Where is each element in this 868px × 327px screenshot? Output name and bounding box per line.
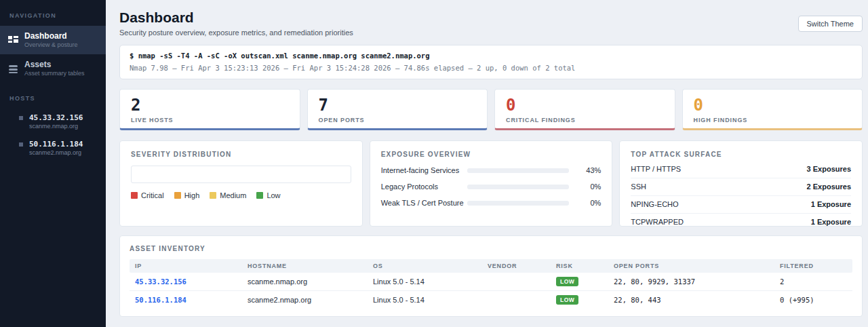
panel-title: TOP ATTACK SURFACE bbox=[631, 151, 851, 158]
risk-badge: LOW bbox=[556, 295, 578, 305]
host-bullet-icon bbox=[19, 116, 23, 120]
attack-surface-row: TCPWRAPPED 1 Exposure bbox=[631, 214, 851, 231]
risk-cell: LOW bbox=[551, 273, 608, 290]
legend-item-low: Low bbox=[256, 191, 280, 199]
exposure-percent: 0% bbox=[569, 182, 601, 191]
stat-card-critical-findings: 0 CRITICAL FINDINGS bbox=[494, 89, 675, 130]
vendor-cell bbox=[482, 277, 551, 286]
sidebar-item-dashboard[interactable]: Dashboard Overview & posture bbox=[0, 26, 106, 54]
stat-value: 0 bbox=[694, 97, 852, 113]
page-title: Dashboard bbox=[119, 9, 353, 26]
switch-theme-button[interactable]: Switch Theme bbox=[798, 16, 863, 32]
stat-label: OPEN PORTS bbox=[319, 117, 477, 123]
exposure-row: Legacy Protocols 0% bbox=[381, 182, 601, 191]
stat-value: 2 bbox=[131, 97, 289, 113]
main-content: Dashboard Security posture overview, exp… bbox=[106, 0, 868, 327]
stat-card-high-findings: 0 HIGH FINDINGS bbox=[682, 89, 863, 130]
stat-card-live-hosts: 2 LIVE HOSTS bbox=[119, 89, 300, 130]
asset-inventory-panel: ASSET INVENTORY IP HOSTNAME OS VENDOR RI… bbox=[119, 235, 863, 317]
top-attack-surface-panel: TOP ATTACK SURFACE HTTP / HTTPS 3 Exposu… bbox=[619, 140, 863, 227]
page-subtitle: Security posture overview, exposure metr… bbox=[119, 28, 353, 37]
stats-row: 2 LIVE HOSTS 7 OPEN PORTS 0 CRITICAL FIN… bbox=[119, 89, 863, 130]
sidebar-host-item[interactable]: 50.116.1.184 scanme2.nmap.org bbox=[8, 135, 98, 161]
high-swatch-icon bbox=[174, 192, 181, 199]
attack-surface-row: NPING-ECHO 1 Exposure bbox=[631, 196, 851, 214]
critical-swatch-icon bbox=[131, 192, 138, 199]
table-header-row: IP HOSTNAME OS VENDOR RISK OPEN PORTS FI… bbox=[130, 259, 852, 273]
scan-command: $ nmap -sS -T4 -A -sC -oX outscan.xml sc… bbox=[130, 51, 852, 61]
panels-row: SEVERITY DISTRIBUTION Critical High Medi… bbox=[119, 140, 863, 227]
legend-item-high: High bbox=[174, 191, 200, 199]
medium-swatch-icon bbox=[210, 192, 216, 199]
hosts-section-label: HOSTS bbox=[9, 95, 96, 102]
severity-bar-empty bbox=[131, 166, 351, 183]
exposure-bar-track bbox=[467, 201, 569, 206]
low-swatch-icon bbox=[256, 192, 263, 199]
sidebar-item-label: Assets bbox=[24, 60, 85, 69]
host-hostname: scanme.nmap.org bbox=[29, 123, 83, 130]
exposure-percent: 43% bbox=[569, 166, 601, 174]
legend-item-medium: Medium bbox=[210, 191, 246, 199]
risk-cell: LOW bbox=[551, 291, 608, 309]
stat-card-open-ports: 7 OPEN PORTS bbox=[307, 89, 488, 130]
sidebar-item-assets[interactable]: Assets Asset summary tables bbox=[0, 54, 106, 83]
exposure-overview-panel: EXPOSURE OVERVIEW Internet-facing Servic… bbox=[370, 140, 613, 227]
attack-surface-row: HTTP / HTTPS 3 Exposures bbox=[631, 161, 851, 178]
sidebar-item-label: Dashboard bbox=[24, 31, 78, 41]
stat-label: LIVE HOSTS bbox=[131, 117, 289, 123]
sidebar-item-sublabel: Asset summary tables bbox=[24, 70, 85, 77]
host-ip: 45.33.32.156 bbox=[29, 113, 83, 122]
exposure-bar-track bbox=[467, 185, 569, 189]
vendor-cell bbox=[482, 296, 551, 304]
severity-legend: Critical High Medium Low bbox=[131, 191, 351, 199]
dashboard-icon bbox=[8, 35, 18, 45]
table-row: 45.33.32.156 scanme.nmap.org Linux 5.0 -… bbox=[130, 273, 852, 291]
asset-inventory-table: IP HOSTNAME OS VENDOR RISK OPEN PORTS FI… bbox=[130, 259, 852, 309]
open-ports-cell: 22, 80, 9929, 31337 bbox=[608, 273, 774, 290]
table-row: 50.116.1.184 scanme2.nmap.org Linux 5.0 … bbox=[130, 291, 852, 309]
sidebar: NAVIGATION Dashboard Overview & posture … bbox=[0, 0, 106, 327]
hostname-cell: scanme.nmap.org bbox=[242, 273, 368, 290]
os-cell: Linux 5.0 - 5.14 bbox=[368, 273, 482, 290]
risk-badge: LOW bbox=[556, 277, 578, 286]
exposure-percent: 0% bbox=[569, 199, 601, 207]
stat-label: CRITICAL FINDINGS bbox=[506, 117, 664, 123]
assets-icon bbox=[8, 64, 18, 74]
exposure-row: Internet-facing Services 43% bbox=[381, 166, 601, 174]
panel-title: SEVERITY DISTRIBUTION bbox=[131, 151, 351, 158]
stat-value: 7 bbox=[319, 97, 477, 113]
panel-title: ASSET INVENTORY bbox=[130, 245, 852, 252]
attack-surface-row: SSH 2 Exposures bbox=[631, 178, 851, 196]
filtered-cell: 0 (+995) bbox=[774, 292, 852, 308]
ip-link[interactable]: 50.116.1.184 bbox=[130, 292, 242, 308]
ip-link[interactable]: 45.33.32.156 bbox=[130, 273, 242, 290]
scan-summary: Nmap 7.98 — Fri Apr 3 15:23:13 2026 — Fr… bbox=[130, 63, 852, 73]
panel-title: EXPOSURE OVERVIEW bbox=[381, 151, 601, 158]
host-bullet-icon bbox=[19, 142, 23, 147]
severity-distribution-panel: SEVERITY DISTRIBUTION Critical High Medi… bbox=[119, 140, 363, 227]
scan-command-box: $ nmap -sS -T4 -A -sC -oX outscan.xml sc… bbox=[119, 45, 863, 79]
page-header: Dashboard Security posture overview, exp… bbox=[119, 9, 863, 37]
os-cell: Linux 5.0 - 5.14 bbox=[368, 292, 482, 308]
legend-item-critical: Critical bbox=[131, 191, 164, 199]
host-ip: 50.116.1.184 bbox=[29, 140, 83, 149]
exposure-row: Weak TLS / Cert Posture 0% bbox=[381, 199, 601, 207]
stat-value: 0 bbox=[506, 97, 664, 113]
sidebar-host-item[interactable]: 45.33.32.156 scanme.nmap.org bbox=[8, 109, 98, 135]
exposure-bar-track bbox=[467, 168, 569, 173]
host-hostname: scanme2.nmap.org bbox=[29, 149, 83, 157]
sidebar-item-sublabel: Overview & posture bbox=[24, 41, 78, 49]
stat-label: HIGH FINDINGS bbox=[694, 117, 852, 123]
nav-section-label: NAVIGATION bbox=[9, 12, 96, 19]
hostname-cell: scanme2.nmap.org bbox=[242, 292, 368, 308]
filtered-cell: 2 bbox=[774, 273, 852, 290]
open-ports-cell: 22, 80, 443 bbox=[608, 292, 774, 308]
